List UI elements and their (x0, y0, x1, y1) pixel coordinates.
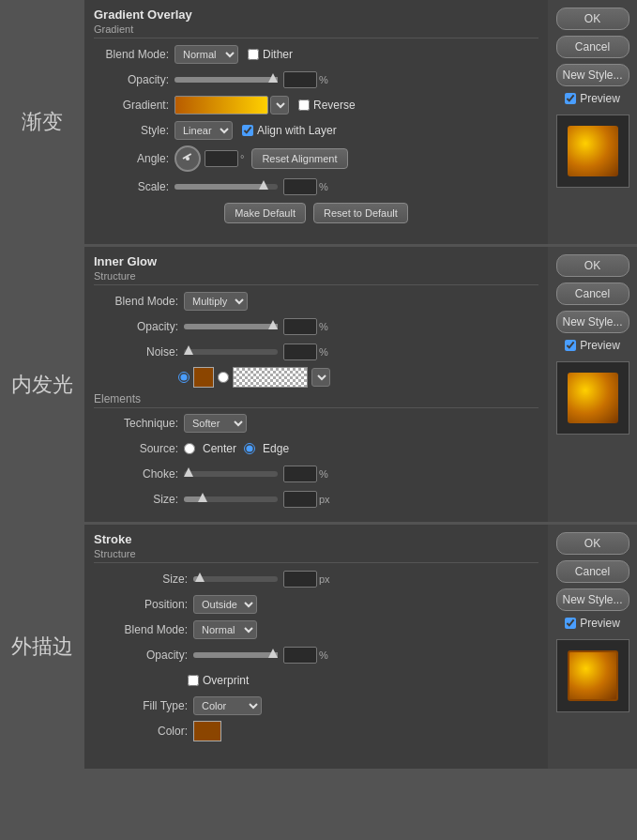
panel-subtitle-stroke: Structure (94, 548, 538, 563)
new-style-button-1[interactable]: New Style... (556, 64, 629, 86)
fill-type-row: Fill Type: Color Gradient Pattern (94, 695, 538, 716)
opacity-input[interactable]: 100 (283, 71, 317, 88)
preview-checkbox-3[interactable] (565, 618, 576, 629)
stroke-section: 外描边 Stroke Structure Size: 3 px Position… (0, 525, 637, 771)
glow-color-swatch[interactable] (193, 367, 214, 388)
glow-opacity-input[interactable]: 100 (283, 318, 317, 335)
angle-dial[interactable] (174, 145, 201, 172)
scale-percent: % (319, 181, 328, 192)
choke-unit: % (319, 468, 328, 480)
edge-radio[interactable] (244, 443, 255, 454)
position-label: Position: (94, 598, 188, 611)
blend-mode-select[interactable]: Normal Multiply Screen (174, 45, 238, 64)
preview-inner-2 (568, 373, 618, 423)
fill-type-select[interactable]: Color Gradient Pattern (193, 696, 262, 715)
style-label: Style: (94, 124, 169, 137)
gradient-row: Gradient: Reverse (94, 95, 538, 115)
source-radio-group: Center Edge (184, 442, 289, 455)
preview-label-1: Preview (580, 92, 620, 105)
gradient-swatch[interactable] (174, 96, 268, 115)
preview-label-2: Preview (580, 339, 620, 352)
ok-button-1[interactable]: OK (556, 8, 629, 30)
stroke-size-slider[interactable] (193, 576, 278, 582)
preview-box-3 (556, 639, 629, 712)
technique-select[interactable]: Softer Precise (184, 414, 247, 433)
angle-input[interactable]: 120 (205, 150, 238, 167)
stroke-panel: Stroke Structure Size: 3 px Position: Ou… (84, 525, 548, 769)
choke-slider[interactable] (184, 471, 278, 477)
technique-row: Technique: Softer Precise (94, 413, 538, 434)
chinese-label-glow: 内发光 (0, 247, 84, 522)
glow-size-input[interactable]: 13 (283, 491, 317, 508)
stroke-opacity-label: Opacity: (94, 649, 188, 662)
preview-box-1 (556, 115, 629, 188)
glow-blend-mode-row: Blend Mode: Multiply Normal Screen (94, 291, 538, 312)
glow-color-radio[interactable] (178, 372, 190, 383)
cancel-button-1[interactable]: Cancel (556, 36, 629, 58)
stroke-opacity-slider[interactable] (193, 652, 278, 658)
technique-label: Technique: (94, 417, 178, 430)
inner-glow-section: 内发光 Inner Glow Structure Blend Mode: Mul… (0, 247, 637, 525)
glow-noise-row: Noise: 0 % (94, 342, 538, 362)
stroke-color-swatch[interactable] (193, 721, 221, 741)
glow-noise-slider[interactable] (184, 349, 278, 355)
dither-checkbox[interactable] (248, 49, 259, 60)
reset-default-button[interactable]: Reset to Default (313, 203, 408, 223)
reverse-label: Reverse (313, 99, 356, 112)
gradient-dropdown[interactable] (270, 96, 289, 115)
stroke-opacity-input[interactable]: 100 (283, 647, 317, 664)
preview-row-3[interactable]: Preview (565, 617, 620, 630)
scale-input[interactable]: 86 (283, 178, 317, 195)
scale-slider[interactable] (174, 184, 278, 190)
choke-label: Choke: (94, 467, 178, 481)
preview-inner-1 (568, 126, 618, 176)
stroke-blend-mode-select[interactable]: Normal Multiply Screen (193, 620, 257, 639)
new-style-button-2[interactable]: New Style... (556, 311, 629, 333)
position-row: Position: Outside Inside Center (94, 594, 538, 615)
preview-row-1[interactable]: Preview (565, 92, 620, 105)
chinese-label-gradient: 渐变 (0, 0, 84, 244)
glow-gradient-swatch[interactable] (233, 367, 308, 388)
make-default-button[interactable]: Make Default (224, 203, 306, 223)
stroke-size-input[interactable]: 3 (283, 571, 317, 588)
reverse-checkbox[interactable] (298, 99, 310, 111)
new-style-button-3[interactable]: New Style... (556, 588, 629, 611)
glow-noise-input[interactable]: 0 (283, 344, 317, 360)
chinese-label-stroke: 外描边 (0, 525, 84, 769)
stroke-size-label: Size: (94, 573, 188, 586)
glow-gradient-radio[interactable] (218, 372, 229, 383)
glow-blend-mode-select[interactable]: Multiply Normal Screen (184, 292, 248, 311)
ok-button-2[interactable]: OK (556, 254, 629, 277)
preview-checkbox-2[interactable] (565, 340, 576, 351)
reset-alignment-button[interactable]: Reset Alignment (251, 148, 347, 169)
panel-title-glow: Inner Glow (94, 254, 538, 268)
glow-size-row: Size: 13 px (94, 489, 538, 510)
overprint-checkbox[interactable] (188, 675, 199, 686)
preview-checkbox-1[interactable] (565, 93, 576, 104)
cancel-button-3[interactable]: Cancel (556, 560, 629, 583)
opacity-label: Opacity: (94, 73, 169, 86)
glow-size-label: Size: (94, 493, 178, 506)
cancel-button-2[interactable]: Cancel (556, 283, 629, 305)
overprint-row: Overprint (94, 670, 538, 691)
stroke-opacity-percent: % (319, 649, 328, 661)
choke-input[interactable]: 0 (283, 466, 317, 482)
preview-row-2[interactable]: Preview (565, 339, 620, 352)
style-select[interactable]: Linear Radial Angle (174, 121, 233, 140)
center-radio[interactable] (184, 443, 195, 454)
sidebar-gradient: OK Cancel New Style... Preview (548, 0, 637, 244)
opacity-row: Opacity: 100 % (94, 69, 538, 90)
align-layer-checkbox[interactable] (242, 125, 253, 136)
source-label: Source: (94, 442, 178, 455)
angle-dot (186, 157, 190, 160)
opacity-slider[interactable] (174, 77, 278, 83)
ok-button-3[interactable]: OK (556, 532, 629, 555)
glow-size-slider[interactable] (184, 496, 278, 502)
glow-opacity-slider[interactable] (184, 324, 278, 329)
angle-degree: ° (240, 153, 244, 164)
stroke-color-row: Color: (94, 721, 538, 741)
panel-subtitle-glow: Structure (94, 270, 538, 285)
stroke-opacity-row: Opacity: 100 % (94, 645, 538, 665)
position-select[interactable]: Outside Inside Center (193, 595, 257, 614)
glow-gradient-dropdown[interactable] (311, 368, 330, 387)
